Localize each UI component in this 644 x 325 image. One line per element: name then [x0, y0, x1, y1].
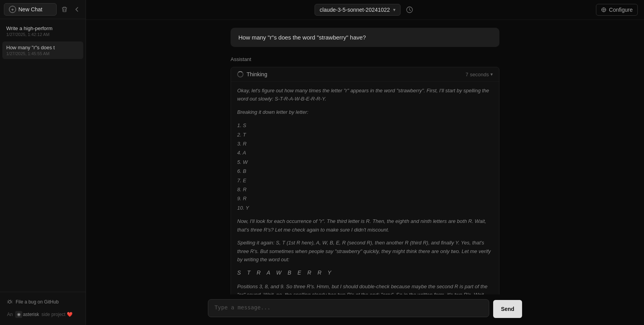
letter-list: 1. S 2. T 3. R 4. A 5. W 6. B 7. E 8. R …	[237, 121, 493, 212]
sidebar-footer: File a bug on GitHub An ✳ asterisk side …	[0, 292, 86, 325]
chat-area[interactable]: How many "r"s does the word "strawberry"…	[86, 20, 644, 294]
sidebar-header: + New Chat	[0, 0, 86, 19]
list-item: 4. A	[237, 148, 493, 157]
thinking-para-3: Now, I'll look for each occurrence of "r…	[237, 217, 493, 234]
thinking-seconds: 7	[465, 72, 468, 77]
clock-button[interactable]	[404, 4, 415, 16]
strawberry-spaced-text: S T R A W B E R R Y	[237, 268, 493, 277]
list-item: 8. R	[237, 185, 493, 194]
thinking-block: Thinking 7 seconds ▾ Okay, let's figure …	[231, 67, 499, 294]
thinking-seconds-label: seconds	[470, 72, 489, 77]
svg-rect-0	[9, 301, 11, 303]
thinking-spinner-icon	[237, 71, 243, 77]
thinking-left: Thinking	[237, 71, 267, 77]
thinking-content: Okay, let's figure out how many times th…	[231, 81, 499, 294]
send-label: Send	[501, 306, 514, 312]
list-item: 3. R	[237, 139, 493, 148]
thinking-label: Thinking	[247, 71, 267, 77]
chat-item-date: 1/27/2025, 1:42:12 AM	[6, 32, 79, 37]
thinking-header[interactable]: Thinking 7 seconds ▾	[231, 67, 499, 81]
new-chat-label: New Chat	[18, 6, 42, 13]
assistant-label: Assistant	[231, 56, 499, 62]
svg-text:✳: ✳	[17, 312, 21, 317]
new-chat-button[interactable]: + New Chat	[4, 3, 57, 16]
sidebar: + New Chat Write a high-perform 1/27/202…	[0, 0, 86, 325]
footer-brand: An ✳ asterisk side project ❤️	[4, 309, 82, 320]
topbar-right: Configure	[415, 4, 638, 16]
list-item: 2. T	[237, 130, 493, 139]
chat-messages: How many "r"s does the word "strawberry"…	[224, 28, 506, 294]
list-item: 7. E	[237, 176, 493, 185]
configure-icon	[601, 7, 606, 13]
collapse-sidebar-button[interactable]	[72, 5, 82, 14]
bug-report-label: File a bug on GitHub	[16, 299, 59, 305]
main-content: claude-3-5-sonnet-20241022 ▾ Configure	[86, 0, 644, 325]
thinking-para-1: Okay, let's figure out how many times th…	[237, 86, 493, 103]
message-input-wrap	[208, 299, 489, 319]
asterisk-logo: ✳ asterisk	[15, 311, 39, 318]
thinking-chevron-icon: ▾	[490, 72, 493, 77]
list-item: 1. S	[237, 121, 493, 130]
input-area: Send	[86, 294, 644, 325]
brand-name: asterisk	[23, 312, 39, 317]
brand-suffix: side project ❤️	[41, 312, 73, 317]
chevron-down-icon: ▾	[393, 7, 395, 13]
asterisk-icon: ✳	[15, 311, 22, 318]
list-item: 6. B	[237, 167, 493, 176]
new-chat-icon: +	[9, 6, 16, 13]
brand-prefix: An	[7, 312, 13, 317]
chat-list: Write a high-perform 1/27/2025, 1:42:12 …	[0, 19, 86, 292]
delete-chat-button[interactable]	[60, 5, 69, 14]
chat-item-title: Write a high-perform	[6, 25, 79, 31]
thinking-para-2: Breaking it down letter by letter:	[237, 108, 493, 116]
configure-label: Configure	[609, 7, 633, 13]
list-item: 10. Y	[237, 203, 493, 212]
list-item: 5. W	[237, 158, 493, 167]
message-input[interactable]	[208, 299, 489, 317]
chat-list-item-2[interactable]: How many "r"s does t 1/27/2025, 1:45:55 …	[2, 41, 83, 59]
bug-report-button[interactable]: File a bug on GitHub	[4, 297, 82, 307]
svg-point-4	[603, 9, 605, 11]
topbar: claude-3-5-sonnet-20241022 ▾ Configure	[86, 0, 644, 20]
trash-icon	[61, 6, 68, 13]
list-item: 9. R	[237, 194, 493, 203]
chat-item-title: How many "r"s does t	[6, 45, 79, 50]
clock-icon	[406, 6, 413, 13]
model-selector-button[interactable]: claude-3-5-sonnet-20241022 ▾	[315, 4, 401, 16]
topbar-center: claude-3-5-sonnet-20241022 ▾	[315, 4, 415, 16]
thinking-para-5: Positions 3, 8, and 9. So three R's. Hmm…	[237, 282, 493, 295]
chat-list-item-1[interactable]: Write a high-perform 1/27/2025, 1:42:12 …	[2, 22, 83, 40]
bug-icon	[7, 299, 13, 305]
user-message-text: How many "r"s does the word "strawberry"…	[238, 34, 366, 41]
chat-item-date: 1/27/2025, 1:45:55 AM	[6, 51, 79, 56]
send-button[interactable]: Send	[493, 300, 522, 318]
collapse-icon	[74, 6, 80, 13]
thinking-time: 7 seconds ▾	[465, 72, 493, 77]
user-message: How many "r"s does the word "strawberry"…	[231, 28, 499, 47]
configure-button[interactable]: Configure	[596, 4, 638, 16]
model-name-label: claude-3-5-sonnet-20241022	[320, 7, 390, 13]
thinking-para-4: Spelling it again: S, T (1st R here), A,…	[237, 239, 493, 264]
